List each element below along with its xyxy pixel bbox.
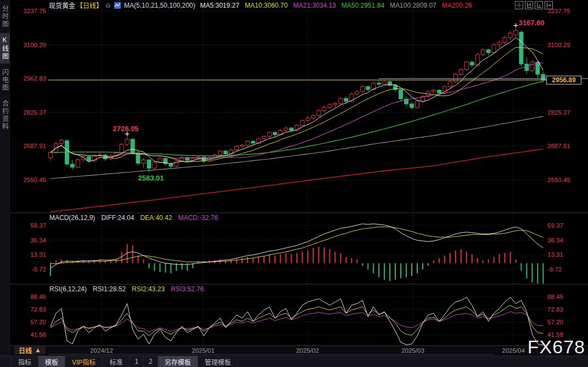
chart-style-icon[interactable] bbox=[114, 2, 121, 9]
macd-axis-label: -9.72 bbox=[32, 266, 46, 273]
macd-dea-value: DEA:40.42 bbox=[140, 214, 172, 222]
sidebar-item-timeshare[interactable]: 分时图 bbox=[0, 2, 10, 31]
bottom-toolbar: 指标 模板 VIP指标 标准 1 2 另存模板 管理模板 bbox=[0, 355, 588, 367]
price-axis-label: 3100.29 bbox=[23, 42, 46, 48]
month-label: 2024/12 bbox=[90, 347, 113, 354]
ma-group-label: MA(5,10,21,50,100,200) bbox=[124, 2, 195, 9]
chart-canvas[interactable]: 3237.753237.753100.293100.292962.832962.… bbox=[0, 0, 588, 367]
rsi-axis-label: 88.45 bbox=[30, 293, 46, 300]
tab-indicators[interactable]: 指标 bbox=[11, 356, 38, 367]
price-axis-label: 2550.45 bbox=[547, 177, 570, 183]
rsi-axis-label: 57.20 bbox=[547, 319, 563, 325]
month-label: 2025/04 bbox=[502, 347, 525, 354]
rsi1-value: RSI1:28.52 bbox=[93, 285, 126, 293]
rsi-axis-label: 72.83 bbox=[547, 306, 563, 313]
price-axis-label: 2962.83 bbox=[23, 75, 46, 82]
tab-templates[interactable]: 模板 bbox=[38, 356, 65, 367]
timeframe-button[interactable]: 日线 ▲ bbox=[14, 346, 46, 354]
month-label: 2025/03 bbox=[401, 347, 424, 354]
price-axis-label: 3237.75 bbox=[23, 8, 46, 14]
ma200-value: MA200:26 bbox=[442, 2, 472, 9]
price-axis-label: 3100.29 bbox=[547, 42, 570, 48]
crosshair-icon[interactable] bbox=[515, 1, 523, 9]
ma50-value: MA50:2951.84 bbox=[341, 2, 384, 9]
go-to-latest-icon[interactable] bbox=[545, 1, 553, 9]
tab-standard[interactable]: 标准 bbox=[103, 356, 130, 367]
price-axis-label: 2550.45 bbox=[23, 177, 46, 183]
symbol-title: 现货黄金【日线】 bbox=[49, 1, 103, 10]
tab-manage-templates[interactable]: 管理模板 bbox=[198, 356, 238, 367]
macd-axis-label: 59.37 bbox=[547, 222, 563, 229]
tab-1[interactable]: 1 bbox=[130, 356, 144, 367]
macd-axis-label: 13.31 bbox=[30, 251, 46, 258]
rsi-axis-label: 88.45 bbox=[547, 293, 563, 300]
chart-toolbar-icons bbox=[515, 1, 553, 9]
ma21-value: MA21:3034.13 bbox=[293, 2, 336, 9]
rsi-name: RSI(6,12,24) bbox=[49, 285, 87, 293]
price-axis-label: 2825.37 bbox=[23, 109, 46, 116]
y-axis-scale-icon[interactable] bbox=[525, 1, 533, 9]
macd-axis-label: 36.34 bbox=[30, 237, 46, 244]
rsi-axis-label: 72.83 bbox=[30, 306, 46, 313]
trading-app: 分时图 K线图 闪电图 合约资料 3237.753237.753100.2931… bbox=[0, 0, 588, 367]
timeframe-arrow-icon: ▲ bbox=[35, 346, 41, 354]
tab-2[interactable]: 2 bbox=[144, 356, 158, 367]
collapse-icon[interactable]: ⊖ bbox=[105, 2, 111, 9]
annotation-low-2583: 2583.01 bbox=[138, 174, 164, 182]
annotation-high-3167: 3167.60 bbox=[519, 19, 545, 27]
macd-diff-value: DIFF:24.04 bbox=[101, 214, 134, 222]
macd-macd-value: MACD:-32.76 bbox=[178, 214, 218, 222]
chart-type-sidebar: 分时图 K线图 闪电图 合约资料 bbox=[0, 0, 10, 367]
ma5-value: MA5:3019.27 bbox=[200, 2, 239, 9]
annotation-high-2726: 2726.05 bbox=[113, 125, 139, 133]
tab-vip-indicators[interactable]: VIP指标 bbox=[65, 356, 103, 367]
macd-panel-header: MACD(26,12,9) DIFF:24.04 DEA:40.42 MACD:… bbox=[49, 214, 218, 222]
ma10-value: MA10:3060.70 bbox=[245, 2, 288, 9]
sidebar-item-contract-info[interactable]: 合约资料 bbox=[0, 97, 10, 134]
macd-axis-label: 36.34 bbox=[547, 237, 563, 244]
rsi2-value: RSI2:43.23 bbox=[132, 285, 165, 293]
fx678-watermark: FX678 bbox=[528, 336, 585, 358]
macd-axis-label: -9.72 bbox=[547, 266, 562, 273]
x-axis-scale-icon[interactable] bbox=[535, 1, 543, 9]
tab-save-template[interactable]: 另存模板 bbox=[158, 356, 198, 367]
sidebar-item-kline[interactable]: K线图 bbox=[0, 33, 10, 64]
macd-axis-label: 59.37 bbox=[30, 222, 46, 229]
rsi3-value: RSI3:52.76 bbox=[171, 285, 204, 293]
sidebar-item-lightning[interactable]: 闪电图 bbox=[0, 65, 10, 95]
timeframe-label: 日线 bbox=[19, 346, 32, 355]
month-label: 2025/01 bbox=[192, 347, 215, 354]
ma100-value: MA100:2809.07 bbox=[390, 2, 436, 9]
rsi-axis-label: 41.58 bbox=[30, 331, 46, 338]
rsi-panel-header: RSI(6,12,24) RSI1:28.52 RSI2:43.23 RSI3:… bbox=[49, 285, 204, 293]
price-axis-label: 2687.91 bbox=[23, 143, 46, 149]
macd-name: MACD(26,12,9) bbox=[49, 214, 95, 222]
price-axis-label: 2687.91 bbox=[547, 143, 570, 149]
macd-axis-label: 13.31 bbox=[547, 251, 563, 258]
price-axis-label: 2825.37 bbox=[547, 109, 570, 116]
current-price-badge: 2956.89 bbox=[546, 76, 581, 84]
chart-header: 现货黄金【日线】 ⊖ MA(5,10,21,50,100,200) MA5:30… bbox=[49, 1, 472, 9]
rsi-axis-label: 57.20 bbox=[30, 319, 46, 325]
month-label: 2025/02 bbox=[296, 347, 319, 354]
